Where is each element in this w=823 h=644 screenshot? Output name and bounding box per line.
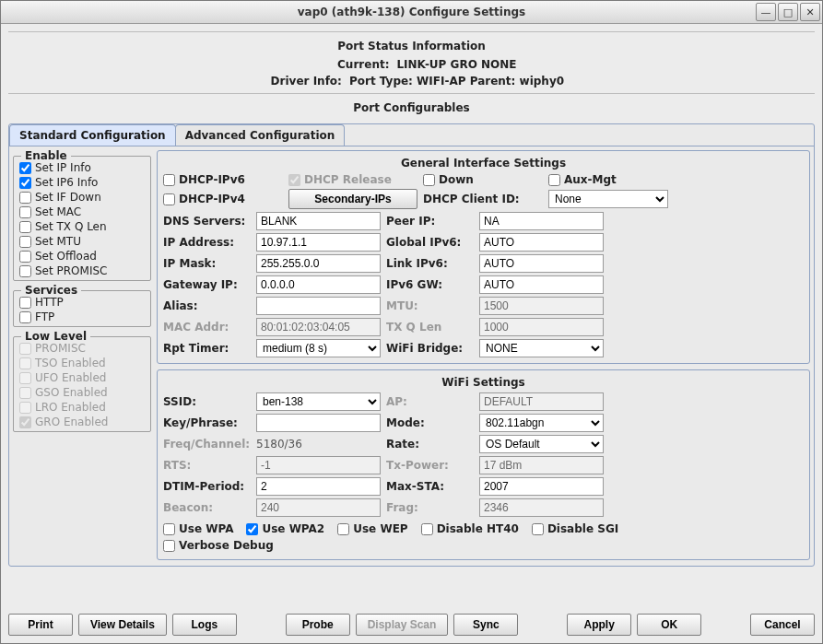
dhcp-ipv4-cb[interactable] — [163, 193, 175, 205]
rts-label: RTS: — [163, 459, 251, 472]
dhcp-release-cb — [288, 174, 300, 186]
probe-button[interactable]: Probe — [286, 614, 350, 636]
gateway-label: Gateway IP: — [163, 278, 251, 291]
ip-address-field[interactable] — [256, 233, 381, 252]
enable-set-mtu[interactable] — [19, 236, 31, 248]
footer: Print View Details Logs Probe Display Sc… — [1, 610, 822, 643]
enable-set-mac[interactable] — [19, 206, 31, 218]
close-button[interactable]: ✕ — [800, 3, 820, 21]
frag-label: Frag: — [386, 501, 474, 514]
mtu-field — [479, 297, 604, 315]
enable-set-tx-q-len[interactable] — [19, 221, 31, 233]
global-ipv6-field[interactable] — [479, 233, 604, 252]
ok-button[interactable]: OK — [637, 614, 701, 636]
apply-button[interactable]: Apply — [567, 614, 631, 636]
dns-field[interactable] — [256, 212, 381, 230]
lowlevel-legend: Low Level — [21, 330, 90, 343]
wifi-bridge-select[interactable]: NONE — [479, 339, 604, 357]
alias-field[interactable] — [256, 297, 381, 315]
content: Port Status Information Current: LINK-UP… — [1, 24, 822, 610]
link-ipv6-label: Link IPv6: — [386, 257, 474, 270]
ssid-select[interactable]: ben-138 — [256, 392, 381, 411]
service-http[interactable] — [19, 297, 31, 309]
key-field[interactable] — [256, 414, 381, 432]
sync-button[interactable]: Sync — [453, 614, 518, 636]
dtim-label: DTIM-Period: — [163, 480, 251, 493]
verbose-debug-cb[interactable] — [163, 540, 175, 552]
dns-label: DNS Servers: — [163, 215, 251, 228]
print-button[interactable]: Print — [8, 614, 73, 636]
ip-mask-field[interactable] — [256, 254, 381, 273]
mode-select[interactable]: 802.11abgn — [479, 414, 604, 432]
minimize-button[interactable]: — — [756, 3, 776, 21]
aux-mgt-cb[interactable] — [548, 174, 560, 186]
use-wpa-cb[interactable] — [163, 523, 175, 535]
port-configurables-heading: Port Configurables — [8, 101, 815, 114]
peer-ip-label: Peer IP: — [386, 215, 474, 228]
titlebar: vap0 (ath9k-138) Configure Settings — □ … — [1, 1, 822, 24]
txpower-label: Tx-Power: — [386, 459, 474, 472]
ap-label: AP: — [386, 395, 474, 408]
use-wpa2-cb[interactable] — [246, 523, 258, 535]
current-value: LINK-UP GRO NONE — [396, 58, 516, 71]
enable-set-offload[interactable] — [19, 251, 31, 263]
ll-lro — [19, 402, 31, 414]
lowlevel-group: Low Level PROMISC TSO Enabled UFO Enable… — [13, 336, 151, 432]
peer-ip-field[interactable] — [479, 212, 604, 230]
enable-set-ip6-info[interactable] — [19, 177, 31, 189]
maxsta-label: Max-STA: — [386, 480, 474, 493]
wifi-bridge-label: WiFi Bridge: — [386, 342, 474, 355]
rpt-timer-label: Rpt Timer: — [163, 342, 251, 355]
disable-sgi-cb[interactable] — [532, 523, 544, 535]
ip-address-label: IP Address: — [163, 236, 251, 249]
logs-button[interactable]: Logs — [172, 614, 237, 636]
maximize-button[interactable]: □ — [778, 3, 798, 21]
freq-label: Freq/Channel: — [163, 438, 251, 451]
enable-set-promisc[interactable] — [19, 265, 31, 277]
services-group: Services HTTP FTP — [13, 290, 151, 327]
dhcp-client-id-label: DHCP Client ID: — [423, 193, 543, 205]
use-wep-cb[interactable] — [337, 523, 349, 535]
key-label: Key/Phrase: — [163, 416, 251, 429]
frag-field — [479, 498, 604, 517]
ll-gso — [19, 387, 31, 399]
wifi-panel: WiFi Settings SSID: ben-138 AP: Key/Phra… — [157, 369, 810, 560]
dhcp-ipv6-cb[interactable] — [163, 174, 175, 186]
view-details-button[interactable]: View Details — [78, 614, 167, 636]
enable-set-if-down[interactable] — [19, 192, 31, 204]
tab-standard[interactable]: Standard Configuration — [9, 124, 176, 146]
secondary-ips-button[interactable]: Secondary-IPs — [288, 189, 417, 209]
down-cb[interactable] — [423, 174, 435, 186]
enable-legend: Enable — [21, 149, 71, 162]
enable-set-ip-info[interactable] — [19, 162, 31, 174]
beacon-field — [256, 498, 381, 517]
services-legend: Services — [21, 284, 81, 297]
mac-label: MAC Addr: — [163, 321, 251, 334]
tabs: Standard Configuration Advanced Configur… — [8, 123, 815, 567]
port-status-heading: Port Status Information — [8, 40, 815, 53]
maxsta-field[interactable] — [479, 477, 604, 496]
gateway-field[interactable] — [256, 275, 381, 294]
rpt-timer-select[interactable]: medium (8 s) — [256, 339, 381, 357]
ll-promisc — [19, 343, 31, 355]
general-panel: General Interface Settings DHCP-IPv6 DHC… — [157, 150, 810, 364]
dhcp-client-id-select[interactable]: None — [548, 190, 668, 208]
driver-info-value: Port Type: WIFI-AP Parent: wiphy0 — [349, 75, 564, 88]
disable-ht40-cb[interactable] — [421, 523, 433, 535]
general-heading: General Interface Settings — [163, 155, 804, 173]
txq-field — [479, 318, 604, 336]
tab-advanced[interactable]: Advanced Configuration — [175, 124, 346, 146]
mode-label: Mode: — [386, 416, 474, 429]
ipv6-gw-field[interactable] — [479, 275, 604, 294]
driver-info-label: Driver Info: — [259, 75, 342, 88]
rate-select[interactable]: OS Default — [479, 435, 604, 453]
link-ipv6-field[interactable] — [479, 254, 604, 273]
mac-field — [256, 318, 381, 336]
cancel-button[interactable]: Cancel — [750, 614, 815, 636]
ll-gro — [19, 416, 31, 428]
txq-label: TX Q Len — [386, 321, 474, 334]
dtim-field[interactable] — [256, 477, 381, 496]
service-ftp[interactable] — [19, 311, 31, 323]
mtu-label: MTU: — [386, 299, 474, 312]
alias-label: Alias: — [163, 299, 251, 312]
